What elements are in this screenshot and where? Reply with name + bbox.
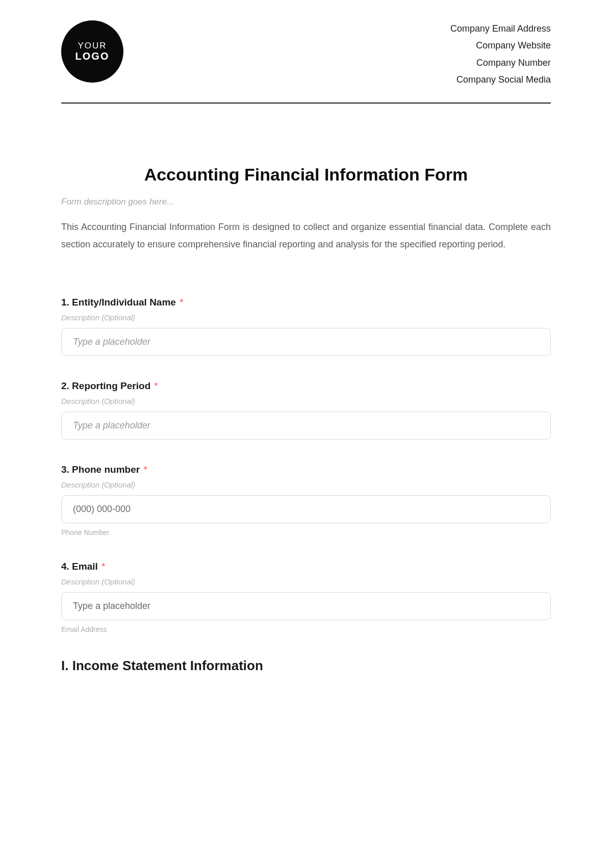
form-description-placeholder[interactable]: Form description goes here...	[61, 197, 551, 207]
email-input[interactable]	[61, 592, 551, 620]
company-info-block: Company Email Address Company Website Co…	[450, 20, 551, 88]
field-description[interactable]: Description (Optional)	[61, 313, 551, 322]
company-email-label: Company Email Address	[450, 20, 551, 37]
field-phone-number: 3. Phone number * Description (Optional)…	[61, 464, 551, 537]
field-helper: Email Address	[61, 625, 551, 633]
required-asterisk: *	[101, 561, 105, 572]
logo-line1: YOUR	[78, 41, 107, 51]
field-label: 2. Reporting Period *	[61, 380, 551, 392]
required-asterisk: *	[180, 297, 183, 308]
section-heading-income: I. Income Statement Information	[61, 658, 551, 674]
field-description[interactable]: Description (Optional)	[61, 577, 551, 586]
field-label: 1. Entity/Individual Name *	[61, 297, 551, 308]
required-asterisk: *	[155, 380, 158, 391]
field-description[interactable]: Description (Optional)	[61, 480, 551, 489]
entity-name-input[interactable]	[61, 328, 551, 356]
form-intro-text: This Accounting Financial Information Fo…	[61, 218, 551, 253]
field-helper: Phone Number	[61, 528, 551, 537]
logo-badge: YOUR LOGO	[61, 20, 123, 83]
company-social-label: Company Social Media	[450, 71, 551, 88]
field-reporting-period: 2. Reporting Period * Description (Optio…	[61, 380, 551, 440]
form-title: Accounting Financial Information Form	[61, 165, 551, 185]
required-asterisk: *	[143, 464, 147, 475]
company-website-label: Company Website	[450, 37, 551, 54]
company-number-label: Company Number	[450, 55, 551, 71]
field-label: 4. Email *	[61, 561, 551, 572]
field-label: 3. Phone number *	[61, 464, 551, 475]
reporting-period-input[interactable]	[61, 412, 551, 440]
field-email: 4. Email * Description (Optional) Email …	[61, 561, 551, 633]
phone-number-input[interactable]	[61, 495, 551, 523]
field-description[interactable]: Description (Optional)	[61, 397, 551, 405]
page-header: YOUR LOGO Company Email Address Company …	[61, 20, 551, 104]
logo-line2: LOGO	[75, 50, 110, 62]
field-entity-name: 1. Entity/Individual Name * Description …	[61, 297, 551, 356]
